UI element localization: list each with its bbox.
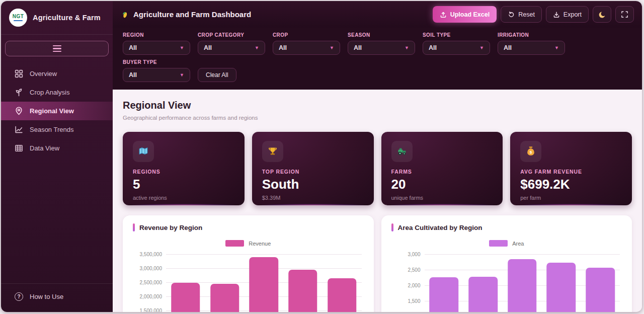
irrigation-select[interactable]: All ▼ — [498, 41, 565, 55]
how-to-use-button[interactable]: ? How to Use — [1, 283, 113, 312]
chart-legend[interactable]: Revenue — [133, 240, 364, 247]
y-axis-tick-label: 2,000 — [391, 283, 421, 288]
stat-sub: active regions — [133, 195, 234, 201]
how-to-use-label: How to Use — [30, 293, 63, 300]
bar[interactable] — [586, 268, 615, 312]
content-area: Regional View Geographical performance a… — [113, 90, 642, 312]
question-icon: ? — [15, 292, 23, 301]
fullscreen-button[interactable] — [615, 6, 634, 23]
bar-slot — [581, 254, 620, 312]
trophy-icon — [267, 146, 278, 157]
filter-bar: REGION All ▼ CROP CATEGORY All ▼ CROP — [113, 28, 642, 90]
export-button[interactable]: Export — [546, 6, 589, 23]
clear-all-button[interactable]: Clear All — [198, 68, 236, 82]
bar-slot — [425, 254, 464, 312]
chevron-down-icon: ▼ — [479, 45, 484, 50]
bar[interactable] — [430, 277, 459, 312]
sidebar-nav: Overview Crop Analysis Regional View — [1, 59, 113, 158]
chevron-down-icon: ▼ — [330, 45, 334, 50]
select-value: All — [429, 44, 437, 51]
export-label: Export — [564, 11, 582, 18]
crop-category-select[interactable]: All ▼ — [198, 41, 265, 55]
table-icon — [15, 144, 23, 152]
y-axis-tick-label: 2,000,000 — [133, 294, 162, 299]
topbar-actions: Upload Excel Reset Export — [433, 6, 634, 23]
sidebar-item-label: Regional View — [30, 107, 74, 115]
sidebar-item-label: Data View — [30, 144, 59, 152]
bar[interactable] — [547, 263, 576, 312]
y-axis-tick-label: 3,500,000 — [133, 252, 162, 257]
bar-slot — [166, 254, 205, 312]
bar-plot: 3,500,0003,000,0002,500,0002,000,0001,50… — [133, 254, 364, 312]
corn-icon — [121, 10, 129, 19]
logo-text: NGT — [13, 14, 24, 19]
buyer-type-select[interactable]: All ▼ — [123, 68, 190, 82]
reset-icon — [508, 11, 515, 18]
chart-legend[interactable]: Area — [391, 240, 622, 247]
sidebar-item-regional-view[interactable]: Regional View — [1, 102, 113, 120]
line-chart-icon — [15, 125, 23, 134]
y-axis-tick-label: 3,000,000 — [133, 266, 162, 271]
legend-swatch — [225, 240, 244, 247]
y-axis-tick-label: 3,000 — [391, 252, 421, 257]
y-axis-tick-label: 2,500 — [391, 267, 421, 273]
chart-title: Revenue by Region — [139, 224, 202, 231]
fullscreen-icon — [621, 11, 628, 18]
filter-soil-type: SOIL TYPE All ▼ — [423, 32, 490, 55]
upload-icon — [440, 11, 447, 18]
select-value: All — [129, 71, 137, 78]
sidebar-item-crop-analysis[interactable]: Crop Analysis — [1, 83, 113, 102]
main-column: Agriculture and Farm Dashboard Upload Ex… — [113, 1, 642, 312]
filter-crop-category: CROP CATEGORY All ▼ — [198, 32, 265, 55]
season-select[interactable]: All ▼ — [348, 41, 415, 55]
upload-excel-label: Upload Excel — [450, 11, 490, 18]
bar-slot — [542, 254, 581, 312]
brand-name: Agriculture & Farm — [33, 14, 101, 22]
bar[interactable] — [288, 270, 317, 312]
sidebar-item-overview[interactable]: Overview — [1, 64, 113, 83]
sidebar-item-data-view[interactable]: Data View — [1, 139, 113, 158]
y-axis-tick-label: 1,500 — [391, 298, 421, 304]
grid-icon — [15, 69, 23, 78]
select-value: All — [504, 44, 512, 51]
stat-card-avg-farm-revenue: $ AVG FARM REVENUE $699.2K per farm — [510, 132, 632, 205]
select-value: All — [279, 44, 287, 51]
legend-swatch — [489, 240, 508, 247]
bar-group — [425, 254, 620, 312]
theme-toggle-button[interactable] — [593, 6, 611, 23]
bar[interactable] — [328, 278, 357, 312]
plant-icon — [15, 88, 23, 97]
sidebar-item-label: Season Trends — [30, 126, 73, 133]
chevron-down-icon: ▼ — [255, 45, 259, 50]
bar[interactable] — [508, 259, 537, 312]
page-subtitle: Geographical performance across farms an… — [123, 115, 632, 121]
bar[interactable] — [250, 257, 279, 312]
stat-card-regions: REGIONS 5 active regions — [123, 132, 245, 205]
bar-slot — [463, 254, 503, 312]
soil-type-select[interactable]: All ▼ — [423, 41, 490, 55]
page-title: Regional View — [123, 100, 632, 111]
sidebar-collapse-button[interactable] — [5, 41, 109, 56]
bar-group — [166, 254, 362, 312]
stat-value: 5 — [133, 177, 234, 192]
region-select[interactable]: All ▼ — [123, 41, 190, 55]
upload-excel-button[interactable]: Upload Excel — [433, 6, 497, 23]
logo-swoosh — [14, 20, 23, 21]
crop-select[interactable]: All ▼ — [273, 41, 340, 55]
hamburger-icon — [53, 45, 61, 52]
stat-card-top-region: TOP REGION South $3.39M — [252, 132, 374, 205]
bar[interactable] — [171, 283, 200, 312]
app-window: NGT Agriculture & Farm Overview — [1, 1, 642, 312]
bar-slot — [283, 254, 323, 312]
reset-button[interactable]: Reset — [501, 6, 542, 23]
chart-title: Area Cultivated by Region — [398, 224, 482, 231]
area-cultivated-by-region-chart: Area Cultivated by Region Area 3,0002,50… — [381, 215, 632, 312]
tractor-icon — [396, 146, 408, 157]
bar[interactable] — [210, 284, 239, 312]
bar[interactable] — [468, 277, 498, 312]
sidebar-item-season-trends[interactable]: Season Trends — [1, 120, 113, 139]
stat-sub: unique farms — [391, 195, 493, 201]
stat-card-farms: FARMS 20 unique farms — [381, 132, 503, 205]
filter-label: REGION — [123, 32, 190, 38]
stat-icon-tile — [133, 141, 154, 162]
